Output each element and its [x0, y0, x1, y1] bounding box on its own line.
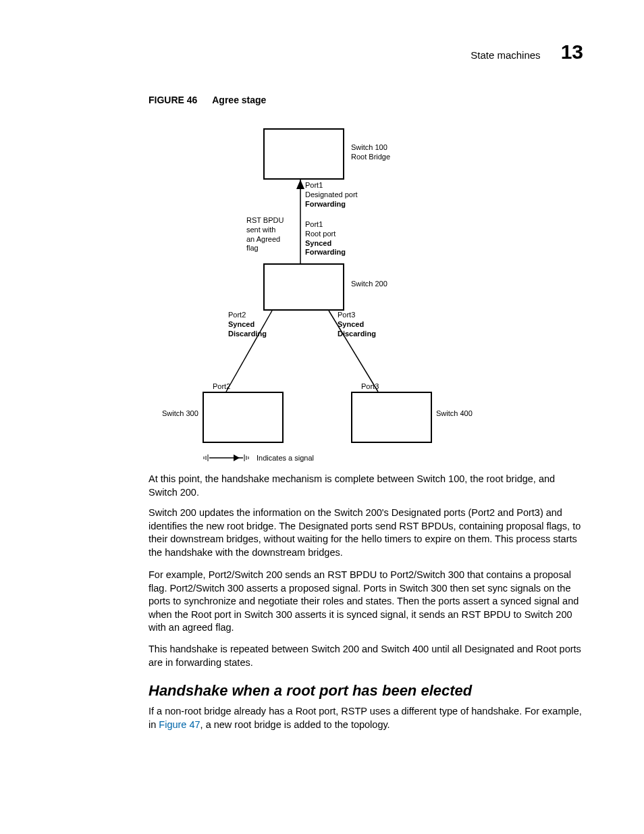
- port2-synced-label: Port2 Synced Discarding: [228, 311, 267, 338]
- svg-marker-16: [234, 454, 240, 461]
- svg-marker-1: [296, 180, 304, 189]
- header-section-title: State machines: [471, 49, 540, 61]
- paragraph-2: Switch 200 updates the information on th…: [149, 506, 583, 559]
- port1-designated-label: Port1 Designated port Forwarding: [305, 181, 358, 209]
- subheading-handshake: Handshake when a root port has been elec…: [149, 681, 583, 701]
- page-header: State machines 13: [471, 41, 583, 63]
- paragraph-5b: , a new root bridge is added to the topo…: [200, 719, 390, 730]
- figure-title: Agree stage: [212, 95, 266, 105]
- legend-text: Indicates a signal: [257, 454, 314, 463]
- port3-bottom-label: Port3: [361, 382, 379, 392]
- switch-100-label: Switch 100 Root Bridge: [351, 143, 390, 162]
- paragraph-5: If a non-root bridge already has a Root …: [149, 705, 583, 731]
- switch-200-box: [263, 263, 344, 311]
- paragraph-1: At this point, the handshake mechanism i…: [149, 473, 583, 499]
- port3-synced-label: Port3 Synced Discarding: [338, 311, 376, 338]
- switch-100-box: [263, 128, 344, 180]
- switch-300-label: Switch 300: [162, 409, 198, 419]
- figure-caption: FIGURE 46 Agree stage: [149, 95, 266, 105]
- paragraph-3: For example, Port2/Switch 200 sends an R…: [149, 569, 583, 635]
- figure-47-link[interactable]: Figure 47: [159, 719, 200, 730]
- figure-label: FIGURE 46: [149, 95, 197, 105]
- switch-300-box: [203, 392, 284, 443]
- port2-bottom-label: Port2: [213, 382, 230, 392]
- port1-root-label: Port1 Root port Synced Forwarding: [305, 220, 346, 257]
- chapter-number: 13: [561, 41, 583, 63]
- network-diagram: Switch 100 Root Bridge Port1 Designated …: [149, 122, 583, 473]
- switch-400-box: [351, 392, 432, 443]
- bpdu-note: RST BPDU sent with an Agreed flag: [246, 216, 284, 253]
- paragraph-4: This handshake is repeated between Switc…: [149, 643, 583, 669]
- switch-200-label: Switch 200: [351, 280, 387, 289]
- switch-400-label: Switch 400: [436, 409, 473, 419]
